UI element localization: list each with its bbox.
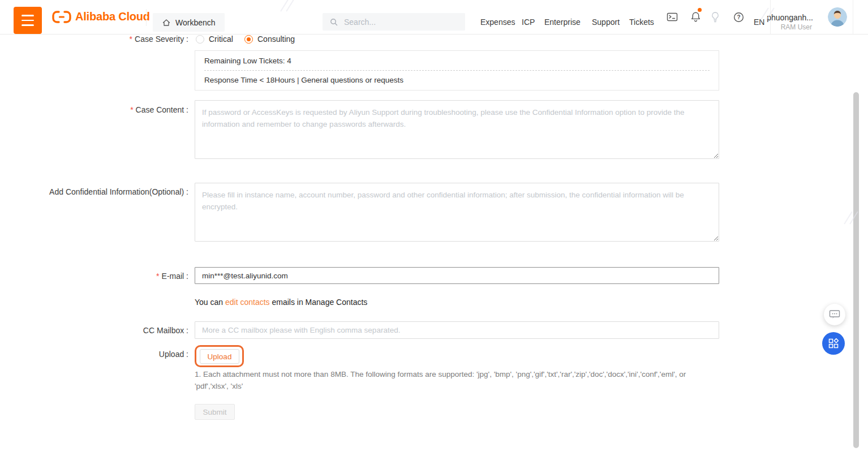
case-content-label: *Case Content : [130, 105, 188, 114]
response-time-text: Response Time < 18Hours | General questi… [204, 76, 710, 84]
search-icon [329, 18, 338, 27]
bell-icon[interactable] [690, 11, 701, 23]
radio-consulting-label[interactable]: Consulting [257, 35, 295, 44]
chat-fab[interactable] [824, 304, 845, 325]
nav-support[interactable]: Support [592, 18, 620, 27]
search-box [323, 13, 465, 31]
apps-fab[interactable] [822, 332, 845, 355]
search-input[interactable] [343, 17, 458, 27]
terminal-icon[interactable] [667, 12, 678, 22]
nav-icp[interactable]: ICP [522, 18, 535, 27]
nav-tickets[interactable]: Tickets [629, 18, 654, 27]
nav-expenses[interactable]: Expenses [480, 18, 515, 27]
nav-enterprise[interactable]: Enterprise [544, 18, 581, 27]
confidential-textarea[interactable] [195, 183, 719, 242]
top-header: Alibaba Cloud Workbench Expenses ICP Ent… [0, 0, 868, 35]
upload-note-line-2: 'pdf','xlsx', 'xls' [195, 382, 243, 390]
upload-label: Upload : [159, 350, 188, 359]
confidential-label: Add Confidential Information(Optional) : [49, 187, 188, 196]
edit-contacts-link[interactable]: edit contacts [225, 298, 270, 307]
workbench-button[interactable]: Workbench [153, 13, 225, 32]
vertical-scrollbar[interactable] [853, 92, 859, 448]
chat-icon [829, 309, 840, 320]
ticket-info-box: Remaining Low Tickets: 4 Response Time <… [195, 50, 719, 91]
svg-text:?: ? [737, 14, 740, 20]
alibaba-cloud-logo-icon [52, 11, 71, 23]
alibaba-cloud-console: *Case Severity : Critical Consulting Rem… [0, 0, 868, 456]
radio-critical-label[interactable]: Critical [209, 35, 233, 44]
apps-grid-icon [828, 338, 839, 349]
remaining-tickets-text: Remaining Low Tickets: 4 [204, 57, 710, 65]
email-label: *E-mail : [156, 272, 188, 281]
cc-mailbox-label: CC Mailbox : [143, 326, 188, 335]
required-mark: * [156, 272, 159, 281]
user-name: phuonganh... [767, 13, 813, 22]
lightbulb-icon[interactable] [711, 11, 720, 23]
home-icon [162, 18, 171, 27]
header-divider [146, 9, 147, 26]
upload-button[interactable]: Upload [200, 349, 239, 364]
required-mark: * [130, 35, 132, 44]
dashed-divider [204, 70, 710, 71]
submit-button[interactable]: Submit [195, 404, 235, 420]
notification-dot [698, 8, 702, 12]
case-severity-label: *Case Severity : [130, 35, 188, 44]
radio-critical[interactable] [196, 35, 204, 44]
email-input[interactable] [195, 267, 719, 284]
alibaba-cloud-logo[interactable]: Alibaba Cloud [52, 10, 150, 23]
language-selector[interactable]: EN [754, 18, 764, 27]
help-icon[interactable]: ? [733, 12, 744, 23]
email-helper-text: You can edit contacts emails in Manage C… [195, 298, 367, 307]
radio-consulting[interactable] [244, 35, 253, 44]
upload-note-line-1: 1. Each attachment must not more than 8M… [195, 370, 686, 378]
required-mark: * [130, 105, 133, 114]
case-content-textarea[interactable] [195, 100, 719, 159]
logo-text: Alibaba Cloud [75, 10, 150, 23]
avatar[interactable] [828, 7, 847, 27]
menu-icon[interactable] [14, 7, 42, 34]
cc-mailbox-input[interactable] [195, 321, 719, 339]
user-role: RAM User [781, 23, 812, 31]
user-menu[interactable]: phuonganh... RAM User [770, 0, 853, 34]
